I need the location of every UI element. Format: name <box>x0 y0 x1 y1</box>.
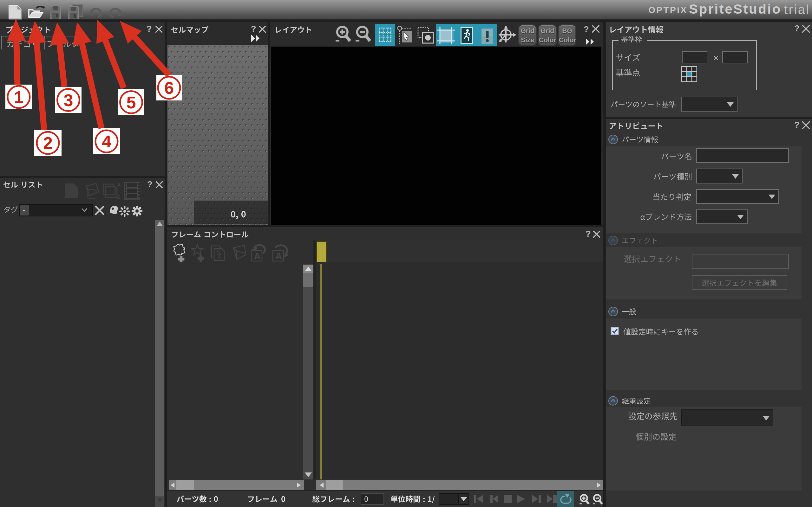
svg-text:A: A <box>275 250 282 261</box>
svg-text:A: A <box>117 182 121 187</box>
svg-text:A: A <box>254 250 261 261</box>
svg-text:Z: Z <box>117 194 120 200</box>
